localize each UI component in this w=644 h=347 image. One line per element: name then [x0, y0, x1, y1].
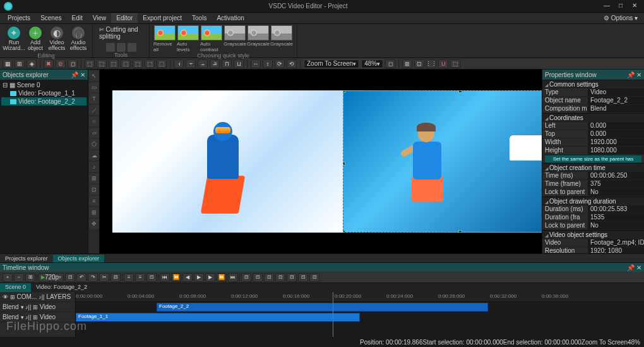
- align-button[interactable]: ⫠: [198, 59, 208, 68]
- timeline-tab-scene[interactable]: Scene 0: [0, 283, 31, 292]
- resize-handle[interactable]: [458, 230, 462, 233]
- resize-handle[interactable]: [458, 90, 462, 93]
- tool-button[interactable]: ⬚: [85, 59, 95, 68]
- prop-val[interactable]: 1920.000: [588, 138, 644, 146]
- tree-item[interactable]: Video: Footage_2_2: [1, 97, 86, 106]
- tc-button[interactable]: ⊡: [287, 273, 297, 282]
- objects-tree[interactable]: ⊟ ▦ Scene 0 Video: Footage_1_1 Video: Fo…: [0, 80, 88, 253]
- menu-editor[interactable]: Editor: [111, 13, 138, 23]
- footage-2-preview[interactable]: [343, 90, 542, 233]
- tool-button[interactable]: ◻: [385, 59, 395, 68]
- align-button[interactable]: ⫡: [210, 59, 220, 68]
- tool[interactable]: ⊞: [89, 207, 99, 217]
- tool-button[interactable]: ⬚: [450, 59, 460, 68]
- tool[interactable]: ⊡: [89, 185, 99, 195]
- tc-button[interactable]: ↷: [88, 273, 98, 282]
- tc-button[interactable]: ≡: [124, 273, 134, 282]
- move-tool[interactable]: ✥: [89, 219, 99, 229]
- add-object-button[interactable]: +Add object: [25, 25, 45, 52]
- tool-button[interactable]: ⬚: [109, 59, 119, 68]
- next-button[interactable]: ⏭: [228, 273, 238, 282]
- menu-activation[interactable]: Activation: [212, 13, 249, 23]
- tc-button[interactable]: ↶: [76, 273, 86, 282]
- close-button[interactable]: ✕: [629, 2, 640, 11]
- quick-grayscale[interactable]: Grayscale: [270, 25, 293, 52]
- menu-projects[interactable]: Projects: [3, 13, 35, 23]
- resolution-combo[interactable]: ▶ 720p ▾: [39, 273, 64, 282]
- tool[interactable]: ⬠: [89, 139, 99, 149]
- prop-val[interactable]: 375: [588, 180, 644, 188]
- tc-button[interactable]: ⊡: [309, 273, 319, 282]
- tool[interactable]: ♪: [89, 162, 99, 172]
- menu-tools[interactable]: Tools: [187, 13, 212, 23]
- tool-button[interactable]: ⊘: [56, 59, 66, 68]
- cat-video-settings[interactable]: Video object settings: [542, 230, 644, 239]
- prop-val[interactable]: Footage_2.mp4; ID: [588, 239, 644, 247]
- timeline-tab-footage[interactable]: Video: Footage_2_2: [31, 283, 92, 292]
- tool-button[interactable]: ↔: [251, 59, 261, 68]
- step-back-button[interactable]: ◀: [182, 273, 193, 282]
- resize-handle[interactable]: [343, 162, 345, 166]
- set-parent-size-button[interactable]: Set the same size as the parent has: [545, 155, 641, 162]
- tool-button[interactable]: ⋮⋮: [426, 59, 436, 68]
- tool[interactable]: ▭: [89, 82, 99, 92]
- menu-export[interactable]: Export project: [138, 13, 187, 23]
- tree-item[interactable]: Video: Footage_1_1: [1, 89, 86, 97]
- timeline-ruler[interactable]: 0:00:00:000 0:00:04:000 0:00:08:000 0:00…: [76, 292, 644, 302]
- minimize-button[interactable]: —: [601, 2, 612, 11]
- tc-button[interactable]: ⊡: [275, 273, 285, 282]
- run-wizard-button[interactable]: ✦Run Wizard...: [4, 25, 24, 52]
- pin-icon[interactable]: 📌 ✕: [627, 264, 641, 271]
- menu-view[interactable]: View: [88, 13, 112, 23]
- tool-button[interactable]: ⊞: [15, 59, 25, 68]
- quick-auto-levels[interactable]: Auto levels: [177, 25, 200, 52]
- cat-drawing-duration[interactable]: Object drawing duration: [542, 197, 644, 205]
- properties-grid[interactable]: Common settings TypeVideo Object nameFoo…: [542, 80, 644, 253]
- tc-button[interactable]: ≡: [135, 273, 145, 282]
- audio-effects-button[interactable]: 🎧Audio effects: [68, 25, 88, 52]
- step-fwd-button[interactable]: ▶: [205, 273, 215, 282]
- prop-val[interactable]: No: [588, 222, 644, 229]
- maximize-button[interactable]: □: [615, 2, 626, 11]
- timeline-clip[interactable]: Footage_2_2: [157, 303, 488, 312]
- tool-button[interactable]: ⬚: [145, 59, 155, 68]
- prev-button[interactable]: ⏮: [160, 273, 170, 282]
- quick-remove-all[interactable]: Remove all: [153, 25, 176, 52]
- tc-button[interactable]: ⊡: [264, 273, 274, 282]
- tool-icon[interactable]: [106, 43, 115, 52]
- play-button[interactable]: ▶: [194, 273, 204, 282]
- align-button[interactable]: ⊓: [222, 59, 232, 68]
- prop-val[interactable]: 0.000: [588, 130, 644, 138]
- timeline-clip[interactable]: Footage_1_1: [76, 313, 360, 322]
- rewind-button[interactable]: ⏪: [171, 273, 181, 282]
- prop-val[interactable]: 1535: [588, 214, 644, 221]
- prop-val[interactable]: 00:00:06.250: [588, 172, 644, 180]
- prop-val[interactable]: No: [588, 188, 644, 196]
- tool[interactable]: T: [89, 94, 99, 104]
- tool-button[interactable]: ⟳: [275, 59, 285, 68]
- quick-grayscale[interactable]: Grayscale: [224, 25, 246, 52]
- pin-icon[interactable]: 📌 ✕: [71, 71, 85, 78]
- tool-button[interactable]: ⟲: [287, 59, 297, 68]
- menu-scenes[interactable]: Scenes: [35, 13, 66, 23]
- prop-val[interactable]: 1080.000: [588, 147, 644, 154]
- prop-val[interactable]: Footage_2_2: [588, 97, 644, 104]
- cursor-tool[interactable]: ↖: [89, 71, 99, 81]
- options-button[interactable]: ⚙ Options ▾: [600, 13, 641, 23]
- tc-button[interactable]: ⊡: [65, 273, 75, 282]
- ffwd-button[interactable]: ⏩: [217, 273, 227, 282]
- tool[interactable]: ／: [89, 105, 99, 115]
- tool-icon[interactable]: [128, 43, 136, 52]
- tc-button[interactable]: ⊡: [253, 273, 263, 282]
- tc-button[interactable]: ⊡: [146, 273, 157, 282]
- zoom-pct-combo[interactable]: 48% ▾: [361, 59, 383, 68]
- tool[interactable]: ▱: [89, 128, 99, 138]
- tool-button[interactable]: ⬚: [121, 59, 131, 68]
- preview-canvas[interactable]: [100, 70, 542, 253]
- cat-common[interactable]: Common settings: [542, 80, 644, 88]
- tool[interactable]: ⊞: [89, 173, 99, 183]
- tool[interactable]: ☁: [89, 150, 99, 161]
- prop-val[interactable]: Blend: [588, 105, 644, 113]
- align-button[interactable]: ⫟: [186, 59, 196, 68]
- delete-button[interactable]: ✖: [44, 59, 54, 68]
